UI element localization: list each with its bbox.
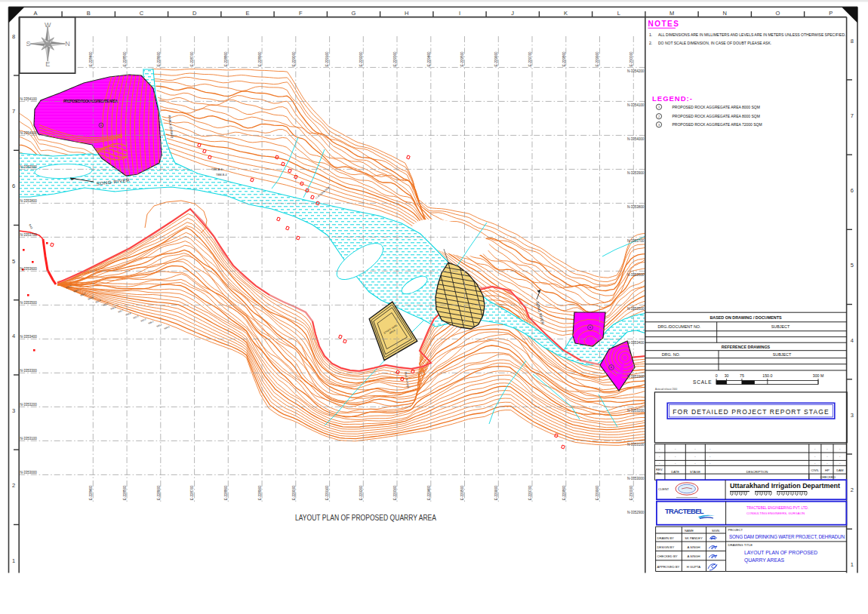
svg-text:NOTES: NOTES [648, 20, 680, 28]
svg-text:PROJECT: PROJECT [728, 528, 743, 532]
svg-text:N-3353900: N-3353900 [627, 171, 645, 175]
svg-text:E-228460: E-228460 [89, 485, 93, 500]
svg-text:E-229360: E-229360 [393, 485, 397, 500]
svg-text:TBM-B-4: TBM-B-4 [216, 173, 226, 177]
svg-text:DESIGN BY: DESIGN BY [657, 545, 674, 549]
svg-text:E-228860: E-228860 [224, 51, 228, 66]
svg-text:E-228660: E-228660 [157, 485, 161, 500]
svg-text:N-3353000: N-3353000 [20, 471, 38, 474]
svg-text:DAM: DAM [836, 468, 844, 472]
svg-text:E-229360: E-229360 [393, 51, 397, 66]
svg-text:E-228760: E-228760 [190, 485, 194, 500]
svg-text:N-3353600: N-3353600 [20, 267, 38, 271]
svg-text:DATE: DATE [671, 470, 679, 474]
svg-text:E-229860: E-229860 [562, 51, 566, 66]
svg-text:Autocad release 2000: Autocad release 2000 [655, 388, 678, 391]
svg-text:E: E [45, 60, 50, 68]
svg-text:N-3352900: N-3352900 [627, 511, 645, 514]
svg-text:N-3353100: N-3353100 [627, 443, 645, 447]
svg-text:PROPOSED ROCK AGGREGATE AREA 7: PROPOSED ROCK AGGREGATE AREA 72000 SQM [673, 122, 762, 127]
svg-text:N-3353800: N-3353800 [20, 199, 38, 203]
svg-text:N-3354100: N-3354100 [627, 103, 645, 107]
svg-text:E-228660: E-228660 [157, 51, 161, 66]
svg-text:8: 8 [851, 38, 854, 45]
svg-text:E-229460: E-229460 [427, 51, 431, 66]
svg-text:3: 3 [12, 407, 15, 414]
svg-text:30: 30 [725, 373, 729, 378]
svg-text:H: H [405, 10, 408, 17]
svg-text:REFERENCE DRAWINGS: REFERENCE DRAWINGS [722, 345, 771, 349]
svg-text:E-230060: E-230060 [629, 485, 633, 500]
svg-text:E-228960: E-228960 [258, 51, 262, 66]
svg-text:E-228560: E-228560 [123, 51, 127, 66]
svg-text:I: I [459, 10, 460, 17]
svg-text:6: 6 [851, 187, 854, 194]
svg-text:7: 7 [851, 112, 854, 119]
svg-text:G: G [352, 10, 356, 17]
svg-text:N-3353500: N-3353500 [627, 307, 645, 311]
svg-text:4: 4 [12, 333, 15, 339]
svg-text:5: 5 [851, 262, 854, 269]
svg-text:E-229960: E-229960 [596, 485, 599, 500]
svg-text:DRAWING TITLE: DRAWING TITLE [728, 543, 753, 547]
svg-text:S: S [26, 40, 30, 48]
svg-text:E-229260: E-229260 [359, 485, 363, 500]
svg-text:DESCRIPTION: DESCRIPTION [746, 470, 768, 474]
svg-text:N-3353600: N-3353600 [627, 273, 645, 277]
svg-text:C: C [140, 10, 144, 17]
svg-text:N-3354100: N-3354100 [20, 97, 38, 101]
svg-text:2.: 2. [649, 41, 652, 45]
svg-text:E-229560: E-229560 [460, 51, 464, 66]
svg-text:W: W [45, 21, 51, 29]
svg-text:E-229960: E-229960 [596, 51, 599, 66]
svg-text:1.: 1. [649, 32, 652, 37]
svg-text:LAYOUT PLAN OF PROPOSED: LAYOUT PLAN OF PROPOSED [744, 549, 818, 556]
svg-text:TRACTEBEL ENGINEERING PVT. LTD: TRACTEBEL ENGINEERING PVT. LTD. [746, 506, 808, 510]
svg-text:BASED ON DRAWING / DOCUMENTS: BASED ON DRAWING / DOCUMENTS [709, 315, 782, 320]
svg-text:E-228560: E-228560 [123, 485, 127, 500]
svg-text:E-228960: E-228960 [258, 485, 262, 500]
svg-text:CLIENT: CLIENT [658, 487, 669, 491]
svg-text:QUARRY AREAS: QUARRY AREAS [744, 557, 784, 563]
svg-text:DRAWN BY: DRAWN BY [657, 536, 674, 540]
svg-text:E-229660: E-229660 [494, 51, 498, 66]
svg-text:N-3353700: N-3353700 [627, 239, 645, 243]
svg-text:CIVIL: CIVIL [811, 468, 820, 472]
svg-text:E-229060: E-229060 [292, 485, 296, 500]
svg-text:M: M [669, 10, 674, 17]
svg-text:P: P [829, 10, 833, 17]
svg-text:N-3354000: N-3354000 [20, 131, 38, 135]
svg-text:E: E [245, 10, 249, 17]
svg-text:D: D [192, 10, 197, 17]
svg-text:N: N [65, 40, 70, 48]
svg-text:TRACTEBEL: TRACTEBEL [665, 507, 704, 515]
svg-text:E-229860: E-229860 [562, 485, 566, 500]
svg-text:PROPOSED ROCK AGGREGATE AREA: PROPOSED ROCK AGGREGATE AREA [63, 99, 118, 103]
svg-text:6: 6 [12, 183, 15, 189]
svg-text:SIGN: SIGN [712, 529, 719, 533]
svg-text:H GUPTA: H GUPTA [687, 565, 701, 569]
svg-text:PROPOSED ROCK AGGREGATE AREA 8: PROPOSED ROCK AGGREGATE AREA 8000 SQM [673, 105, 760, 109]
svg-text:SUBJECT: SUBJECT [771, 324, 790, 329]
svg-text:NAME: NAME [685, 529, 694, 533]
svg-text:E-228460: E-228460 [89, 51, 93, 66]
svg-text:No.: No. [657, 471, 662, 475]
svg-text:N-3353400: N-3353400 [20, 335, 38, 339]
svg-text:SUBJECT: SUBJECT [773, 352, 792, 357]
svg-text:N: N [722, 10, 726, 17]
svg-text:SCALE: SCALE [693, 379, 712, 385]
svg-text:FOR DETAILED PROJECT REPORT ST: FOR DETAILED PROJECT REPORT STAGE [673, 408, 829, 416]
svg-text:LAYOUT PLAN OF PROPOSED QUARRY: LAYOUT PLAN OF PROPOSED QUARRY AREA [295, 514, 436, 522]
svg-text:LEGEND:-: LEGEND:- [652, 94, 693, 103]
svg-text:E-228860: E-228860 [224, 485, 228, 500]
svg-text:4: 4 [851, 337, 854, 344]
svg-text:A SINGH: A SINGH [688, 545, 700, 549]
svg-text:N-3353200: N-3353200 [627, 409, 645, 413]
svg-text:0: 0 [716, 373, 718, 378]
svg-text:3: 3 [851, 412, 854, 419]
svg-text:E-229660: E-229660 [494, 485, 498, 500]
svg-text:E-229760: E-229760 [528, 51, 532, 66]
svg-text:CHECKED: CHECKED [820, 475, 835, 479]
svg-text:N-3353300: N-3353300 [627, 375, 645, 379]
svg-text:N-3354000: N-3354000 [627, 137, 645, 141]
